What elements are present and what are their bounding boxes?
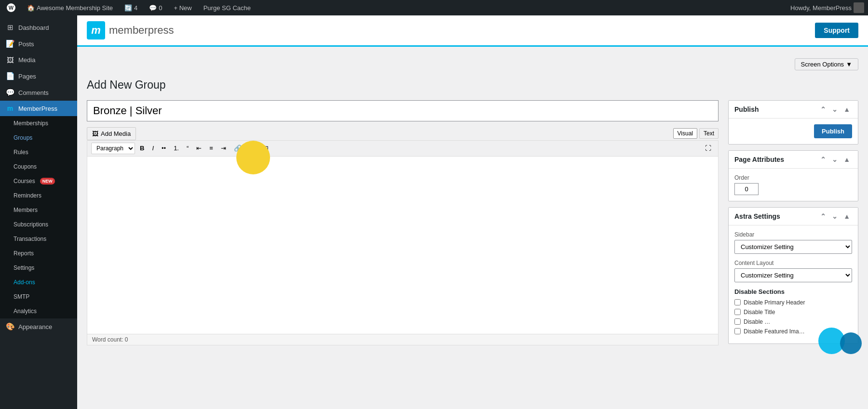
disable-title-checkbox[interactable] (734, 309, 741, 315)
order-label: Order (734, 174, 852, 181)
sidebar-item-pages[interactable]: 📄 Pages (0, 68, 77, 84)
editor-body[interactable] (87, 156, 719, 334)
comments-icon: 💬 (149, 4, 157, 12)
quote-btn[interactable]: “ (184, 143, 191, 154)
title-input[interactable] (87, 100, 719, 121)
link-btn[interactable]: 🔗 (231, 143, 244, 154)
sidebar-item-appearance[interactable]: 🎨 Appearance (0, 318, 77, 335)
ul-btn[interactable]: •• (159, 143, 169, 154)
publish-panel-header: Publish ⌃ ⌄ ▲ (729, 101, 858, 119)
updates-btn[interactable]: 🔄 4 (122, 0, 140, 15)
page-attributes-controls: ⌃ ⌄ ▲ (818, 155, 852, 164)
sidebar-item-subscriptions[interactable]: Subscriptions (0, 217, 77, 232)
publish-button[interactable]: Publish (814, 124, 852, 138)
publish-panel: Publish ⌃ ⌄ ▲ Publish (728, 100, 858, 145)
order-input[interactable] (734, 183, 759, 195)
sidebar-item-memberpress[interactable]: m MemberPress (0, 101, 77, 116)
sidebar-item-reports[interactable]: Reports (0, 246, 77, 261)
sidebar-item-media[interactable]: 🖼 Media (0, 52, 77, 68)
publish-panel-pin-icon[interactable]: ▲ (841, 105, 852, 114)
add-media-icon: 🖼 (92, 130, 98, 137)
align-left-btn[interactable]: ⇤ (193, 143, 204, 154)
sidebar: ⊞ Dashboard 📝 Posts 🖼 Media 📄 Pages 💬 Co… (0, 15, 77, 409)
pages-icon: 📄 (6, 72, 14, 80)
publish-panel-collapse-up-icon[interactable]: ⌃ (818, 105, 828, 114)
wp-icon-btn[interactable]: W (4, 0, 18, 15)
screen-options-arrow-icon: ▼ (846, 61, 852, 68)
posts-icon: 📝 (6, 40, 14, 48)
avatar-icon (854, 2, 864, 13)
astra-settings-panel: Astra Settings ⌃ ⌄ ▲ Sidebar C (728, 207, 858, 344)
table-btn[interactable]: ⊞ (260, 143, 271, 154)
divider-btn[interactable]: — (246, 143, 258, 154)
wp-icon: W (7, 3, 15, 12)
align-center-btn[interactable]: ≡ (206, 143, 216, 154)
purge-cache-btn[interactable]: Purge SG Cache (201, 0, 254, 15)
astra-settings-header: Astra Settings ⌃ ⌄ ▲ (729, 208, 858, 225)
sidebar-item-groups[interactable]: Groups (0, 131, 77, 145)
sidebar-item-comments[interactable]: 💬 Comments (0, 84, 77, 101)
publish-panel-collapse-down-icon[interactable]: ⌄ (830, 105, 840, 114)
disable-featured-image-row: Disable Featured Ima… (734, 328, 852, 335)
sidebar-item-analytics[interactable]: Analytics (0, 304, 77, 318)
sidebar-item-transactions[interactable]: Transactions (0, 232, 77, 246)
sidebar-item-settings[interactable]: Settings (0, 261, 77, 275)
bold-btn[interactable]: B (137, 143, 147, 154)
sidebar-item-rules[interactable]: Rules (0, 145, 77, 159)
astra-settings-body: Sidebar Customizer Setting Content Layou… (729, 225, 858, 343)
fullscreen-btn[interactable]: ⛶ (702, 143, 714, 154)
mp-logo: m memberpress (87, 21, 174, 40)
courses-new-badge: NEW (40, 178, 55, 185)
ol-btn[interactable]: 1. (171, 143, 182, 154)
astra-settings-controls: ⌃ ⌄ ▲ (818, 211, 852, 221)
sidebar-item-addons[interactable]: Add-ons (0, 275, 77, 290)
page-attr-collapse-up-icon[interactable]: ⌃ (818, 155, 828, 164)
page-attr-collapse-down-icon[interactable]: ⌄ (830, 155, 840, 164)
dashboard-icon: ⊞ (6, 23, 14, 32)
visual-view-btn[interactable]: Visual (673, 128, 697, 139)
disable-featured-image-label: Disable Featured Ima… (744, 328, 805, 335)
disable-title-label: Disable Title (744, 309, 775, 316)
disable-ellipsis-label: Disable … (744, 318, 770, 325)
add-media-button[interactable]: 🖼 Add Media (87, 127, 136, 140)
astra-collapse-down-icon[interactable]: ⌄ (830, 211, 840, 221)
mp-logo-text: memberpress (109, 24, 174, 37)
word-count-bar: Word count: 0 (87, 334, 719, 345)
support-button[interactable]: Support (815, 23, 858, 38)
astra-collapse-up-icon[interactable]: ⌃ (818, 211, 828, 221)
sidebar-item-dashboard[interactable]: ⊞ Dashboard (0, 19, 77, 36)
disable-featured-image-checkbox[interactable] (734, 328, 741, 334)
sidebar-field-label: Sidebar (734, 231, 852, 238)
appearance-icon: 🎨 (6, 322, 14, 331)
sidebar-select[interactable]: Customizer Setting (734, 240, 852, 254)
new-btn[interactable]: + New (171, 0, 194, 15)
sidebar-item-courses[interactable]: Courses NEW (0, 174, 77, 188)
page-attr-pin-icon[interactable]: ▲ (841, 155, 852, 164)
italic-btn[interactable]: I (149, 143, 157, 154)
disable-ellipsis-checkbox[interactable] (734, 318, 741, 325)
astra-pin-icon[interactable]: ▲ (841, 211, 852, 221)
editor-container: 🖼 Add Media Visual Text Paragraph (87, 100, 719, 345)
sidebar-item-reminders[interactable]: Reminders (0, 188, 77, 203)
sidebar-item-coupons[interactable]: Coupons (0, 159, 77, 174)
editor-toolbar-row1: Paragraph B I •• 1. “ ⇤ ≡ ⇥ 🔗 — (87, 140, 719, 156)
sidebar-item-members[interactable]: Members (0, 203, 77, 217)
disable-primary-header-row: Disable Primary Header (734, 299, 852, 306)
content-layout-label: Content Layout (734, 260, 852, 266)
text-view-btn[interactable]: Text (699, 128, 719, 139)
align-right-btn[interactable]: ⇥ (218, 143, 229, 154)
sidebar-item-posts[interactable]: 📝 Posts (0, 36, 77, 52)
comments-btn[interactable]: 💬 0 (146, 0, 165, 15)
site-name-btn[interactable]: 🏠 Awesome Membership Site (24, 0, 116, 15)
content-layout-field: Content Layout Customizer Setting (734, 260, 852, 282)
sidebar-item-smtp[interactable]: SMTP (0, 290, 77, 304)
disable-title-row: Disable Title (734, 309, 852, 316)
mp-header: m memberpress Support (77, 15, 868, 47)
screen-options-button[interactable]: Screen Options ▼ (795, 58, 858, 70)
content-layout-select[interactable]: Customizer Setting (734, 268, 852, 282)
memberpress-submenu: Memberships Groups Rules Coupons Courses… (0, 116, 77, 318)
sidebar-item-memberships[interactable]: Memberships (0, 116, 77, 131)
format-select[interactable]: Paragraph (91, 143, 135, 154)
disable-primary-header-checkbox[interactable] (734, 299, 741, 305)
memberpress-icon: m (6, 105, 14, 112)
